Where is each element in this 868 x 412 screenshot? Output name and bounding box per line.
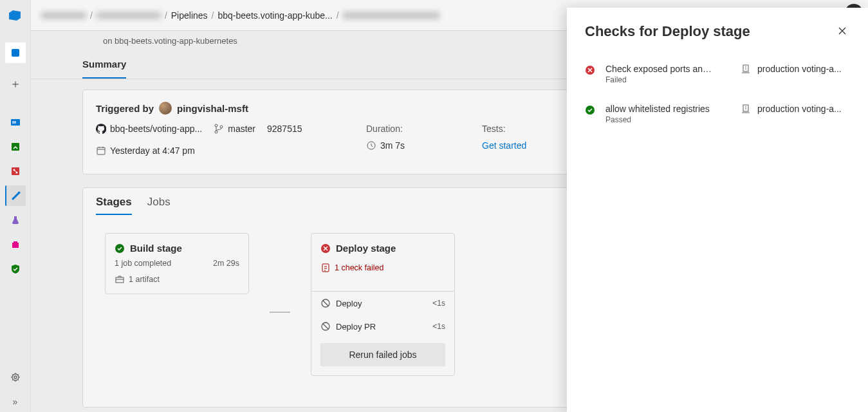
svg-rect-17 [116,277,124,283]
svg-rect-23 [743,65,748,71]
left-nav: ＋ » [0,0,31,412]
environment-icon [741,104,751,114]
svg-point-13 [220,126,223,128]
close-icon [837,26,847,36]
boards-icon [10,117,21,127]
checks-panel: Checks for Deploy stage Check exposed po… [567,8,868,412]
check-state: Passed [605,115,730,124]
branch-link[interactable]: master [214,124,255,134]
rerun-failed-jobs-button[interactable]: Rerun failed jobs [320,343,445,366]
devops-logo[interactable] [5,5,26,26]
plus-icon: ＋ [10,76,21,91]
repo-link[interactable]: bbq-beets/voting-app... [96,124,202,134]
testplans-icon [10,215,21,225]
tab-jobs[interactable]: Jobs [147,196,171,215]
tests-label: Tests: [482,124,572,134]
triggered-by-user[interactable]: pingvishal-msft [177,103,248,114]
svg-point-9 [12,374,19,380]
tab-stages[interactable]: Stages [96,196,132,215]
duration-value: 3m 7s [366,140,456,151]
deploy-check-status[interactable]: 1 check failed [311,254,454,282]
stage-deploy[interactable]: Deploy stage 1 check failed Deploy [311,233,455,376]
check-resource[interactable]: production voting-a... [741,104,850,114]
stage-deploy-title: Deploy stage [336,243,396,254]
panel-title: Checks for Deploy stage [585,23,750,40]
nav-compliance[interactable] [5,259,26,279]
clock-icon [366,140,376,151]
skipped-icon [320,298,331,308]
branch-icon [214,124,224,134]
svg-rect-2 [12,121,16,124]
user-avatar-small [159,102,172,115]
tests-get-started[interactable]: Get started [482,140,572,151]
nav-add[interactable]: ＋ [5,73,26,94]
svg-rect-0 [12,49,19,57]
crumb-run[interactable] [343,12,439,19]
devops-icon [8,8,23,23]
crumb-project[interactable] [97,12,161,19]
nav-boards[interactable] [5,112,26,133]
gear-icon [10,372,21,382]
checklist-icon [320,263,331,273]
error-icon [320,243,331,254]
nav-pipelines-red[interactable] [5,161,26,182]
nav-artifacts[interactable] [5,234,26,255]
check-state: Failed [605,75,730,84]
check-name: Check exposed ports and ... [605,64,715,74]
github-icon [96,124,106,134]
nav-collapse[interactable]: » [5,391,26,412]
job-deploy-pr[interactable]: Deploy PR <1s [311,315,454,338]
environment-icon [741,64,751,74]
stage-build-title: Build stage [130,243,182,254]
svg-rect-14 [97,147,105,154]
error-icon [585,65,595,75]
check-row-failed[interactable]: Check exposed ports and ... Failed produ… [585,64,850,84]
svg-point-12 [215,131,217,133]
queued-time: Yesterday at 4:47 pm [96,145,340,156]
success-icon [115,243,125,254]
nav-pipelines[interactable] [5,185,26,206]
repos-icon [10,142,21,152]
nav-repos[interactable] [5,136,26,157]
check-name: allow whitelisted registries [605,104,715,114]
duration-label: Duration: [366,124,456,134]
artifacts-icon [10,239,21,250]
svg-point-11 [215,124,217,127]
triggered-by-label: Triggered by [96,103,154,114]
svg-rect-8 [14,241,17,243]
success-icon [585,105,595,115]
tab-summary[interactable]: Summary [82,59,126,79]
build-duration: 2m 29s [213,259,239,268]
check-resource[interactable]: production voting-a... [741,64,850,74]
close-button[interactable] [835,23,850,41]
crumb-pipeline[interactable]: bbq-beets.voting-app-kube... [218,10,333,21]
stage-build[interactable]: Build stage 1 job completed 2m 29s 1 art… [105,233,249,294]
stage-connector [270,312,290,313]
nav-overview[interactable] [5,42,26,63]
artifact-icon [115,274,125,285]
chevron-double-right-icon: » [13,397,18,407]
crumb-org[interactable] [41,12,86,19]
skipped-icon [320,321,331,332]
job-deploy[interactable]: Deploy <1s [311,292,454,315]
nav-settings[interactable] [5,367,26,388]
calendar-icon [96,145,106,156]
svg-rect-7 [12,243,19,248]
build-jobs-text: 1 job completed [115,259,171,268]
nav-testplans[interactable] [5,210,26,230]
build-id: 9287515 [267,124,302,134]
svg-rect-25 [743,105,748,111]
crumb-pipelines[interactable]: Pipelines [171,10,208,21]
svg-point-10 [14,376,17,379]
build-artifact[interactable]: 1 artifact [106,268,248,294]
check-row-passed[interactable]: allow whitelisted registries Passed prod… [585,104,850,124]
pipelines-icon [11,191,21,201]
shield-check-icon [10,264,21,274]
pipelines-red-icon [10,166,21,176]
overview-box-icon [10,48,21,58]
